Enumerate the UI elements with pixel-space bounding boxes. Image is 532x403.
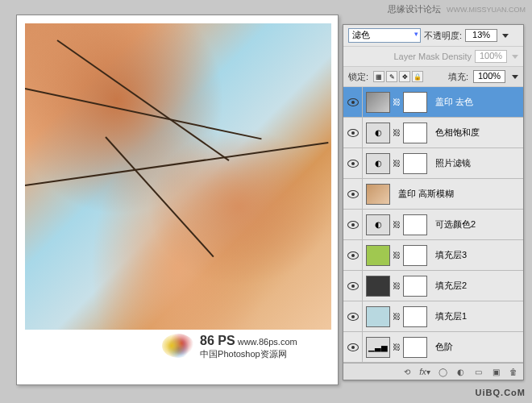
layer-row[interactable]: ◐⛓可选颜色2 bbox=[343, 210, 523, 240]
mask-density-label: Layer Mask Density bbox=[393, 52, 472, 61]
opacity-value: 13% bbox=[472, 30, 490, 39]
link-icon[interactable]: ⛓ bbox=[393, 220, 401, 229]
logo-text: 86 PS www.86ps.com 中国Photoshop资源网 bbox=[200, 334, 297, 360]
photo-canvas[interactable] bbox=[25, 23, 331, 330]
visibility-toggle[interactable] bbox=[343, 240, 363, 270]
mask-thumb[interactable] bbox=[403, 123, 427, 143]
document-frame: 86 PS www.86ps.com 中国Photoshop资源网 bbox=[16, 15, 339, 385]
layer-name-label[interactable]: 填充层3 bbox=[435, 249, 467, 261]
mask-thumb[interactable] bbox=[403, 214, 427, 235]
blend-mode-select[interactable]: 滤色 bbox=[348, 28, 421, 43]
layer-name-label[interactable]: 填充层1 bbox=[435, 310, 467, 322]
mask-thumb[interactable] bbox=[403, 92, 427, 113]
layer-name-label[interactable]: 盖印 去色 bbox=[435, 96, 473, 108]
lock-fill-row: 锁定: ▦ ✎ ✥ 🔒 填充: 100% bbox=[343, 67, 523, 87]
eye-icon bbox=[347, 313, 359, 321]
link-icon[interactable]: ⛓ bbox=[393, 343, 401, 351]
lock-all-icon[interactable]: 🔒 bbox=[412, 71, 423, 82]
layers-list[interactable]: ⛓盖印 去色◐⛓色相饱和度◐⛓照片滤镜盖印 高斯模糊◐⛓可选颜色2⛓填充层3⛓填… bbox=[343, 87, 523, 363]
group-icon[interactable]: ▭ bbox=[472, 366, 484, 377]
adjustment-thumb[interactable]: ◐ bbox=[366, 153, 390, 174]
link-icon[interactable]: ⛓ bbox=[393, 281, 401, 290]
fill-thumb[interactable] bbox=[366, 245, 390, 266]
visibility-toggle[interactable] bbox=[343, 332, 363, 362]
link-icon[interactable]: ⛓ bbox=[393, 98, 401, 106]
mask-thumb[interactable] bbox=[403, 245, 427, 266]
visibility-toggle[interactable] bbox=[343, 179, 363, 209]
layer-name-label[interactable]: 色相饱和度 bbox=[435, 127, 480, 139]
fill-input[interactable]: 100% bbox=[473, 70, 505, 83]
canvas-workspace: 思缘设计论坛 WWW.MISSYUAN.COM 86 PS www.86ps.c… bbox=[0, 0, 532, 403]
visibility-toggle[interactable] bbox=[343, 118, 363, 147]
lock-transparency-icon[interactable]: ▦ bbox=[373, 71, 384, 82]
mask-density-row: Layer Mask Density 100% bbox=[343, 47, 523, 67]
mask-thumb[interactable] bbox=[403, 337, 427, 358]
eye-icon bbox=[347, 98, 359, 106]
visibility-toggle[interactable] bbox=[343, 271, 363, 301]
visibility-toggle[interactable] bbox=[343, 87, 363, 117]
layer-name-label[interactable]: 盖印 高斯模糊 bbox=[398, 188, 454, 200]
mask-icon[interactable]: ◯ bbox=[436, 366, 449, 377]
link-icon[interactable]: ⛓ bbox=[393, 128, 401, 137]
layer-row[interactable]: ▁▃▅⛓色阶 bbox=[343, 332, 523, 363]
thumbs-group: ⛓ bbox=[363, 92, 430, 113]
thumbs-group: ◐⛓ bbox=[363, 153, 430, 174]
lock-icons-group: ▦ ✎ ✥ 🔒 bbox=[373, 71, 423, 82]
visibility-toggle[interactable] bbox=[343, 148, 363, 178]
adjustment-icon[interactable]: ◐ bbox=[454, 366, 467, 377]
panel-footer: ⟲ fx▾ ◯ ◐ ▭ ▣ 🗑 bbox=[343, 363, 523, 380]
thumbs-group: ◐⛓ bbox=[363, 123, 430, 143]
fill-thumb[interactable] bbox=[366, 306, 390, 327]
layer-thumb[interactable] bbox=[366, 92, 390, 113]
logo-brand: 86 PS bbox=[200, 334, 235, 347]
layer-row[interactable]: 盖印 高斯模糊 bbox=[343, 179, 523, 210]
visibility-toggle[interactable] bbox=[343, 301, 363, 331]
layer-row[interactable]: ⛓填充层3 bbox=[343, 240, 523, 271]
mask-density-slider-icon bbox=[512, 55, 518, 59]
layer-name-label[interactable]: 照片滤镜 bbox=[435, 157, 471, 169]
fill-label: 填充: bbox=[448, 71, 468, 83]
layer-name-label[interactable]: 色阶 bbox=[435, 341, 453, 353]
delete-icon[interactable]: 🗑 bbox=[507, 366, 520, 377]
layer-name-label[interactable]: 可选颜色2 bbox=[435, 218, 476, 231]
eye-icon bbox=[347, 221, 359, 229]
layer-row[interactable]: ⛓填充层2 bbox=[343, 271, 523, 301]
layer-thumb[interactable] bbox=[366, 184, 390, 205]
logo-tagline: 中国Photoshop资源网 bbox=[200, 349, 287, 359]
eye-icon bbox=[347, 282, 359, 290]
layer-row[interactable]: ⛓填充层1 bbox=[343, 301, 523, 332]
mask-thumb[interactable] bbox=[403, 276, 427, 297]
mask-thumb[interactable] bbox=[403, 306, 427, 327]
thumbs-group: ⛓ bbox=[363, 245, 430, 266]
fx-icon[interactable]: fx▾ bbox=[418, 366, 431, 377]
lock-position-icon[interactable]: ✥ bbox=[399, 71, 410, 82]
opacity-slider-icon[interactable] bbox=[502, 34, 509, 38]
new-layer-icon[interactable]: ▣ bbox=[489, 366, 502, 377]
layer-row[interactable]: ⛓盖印 去色 bbox=[343, 87, 523, 118]
layer-row[interactable]: ◐⛓照片滤镜 bbox=[343, 148, 523, 179]
layer-name-label[interactable]: 填充层2 bbox=[435, 280, 467, 292]
fill-thumb[interactable] bbox=[366, 276, 390, 297]
lock-pixels-icon[interactable]: ✎ bbox=[386, 71, 397, 82]
link-icon[interactable]: ⛓ bbox=[393, 159, 401, 168]
mask-thumb[interactable] bbox=[403, 153, 427, 174]
site-title: 思缘设计论坛 bbox=[388, 4, 441, 14]
levels-thumb[interactable]: ▁▃▅ bbox=[366, 337, 390, 358]
fill-slider-icon[interactable] bbox=[512, 75, 518, 79]
layers-panel: 滤色 不透明度: 13% Layer Mask Density 100% 锁定:… bbox=[343, 24, 524, 380]
adjustment-thumb[interactable]: ◐ bbox=[366, 123, 390, 143]
layer-row[interactable]: ◐⛓色相饱和度 bbox=[343, 118, 523, 148]
eye-icon bbox=[347, 343, 359, 351]
opacity-input[interactable]: 13% bbox=[465, 29, 497, 42]
visibility-toggle[interactable] bbox=[343, 210, 363, 239]
link-icon[interactable]: ⛓ bbox=[393, 251, 401, 260]
blend-mode-value: 滤色 bbox=[352, 30, 370, 39]
link-layers-icon[interactable]: ⟲ bbox=[401, 366, 414, 377]
opacity-label: 不透明度: bbox=[424, 30, 462, 42]
eye-icon bbox=[347, 129, 359, 137]
page-watermark: UiBQ.CoM bbox=[476, 385, 526, 398]
logo-url: www.86ps.com bbox=[238, 337, 297, 347]
link-icon[interactable]: ⛓ bbox=[393, 312, 401, 321]
adjustment-thumb[interactable]: ◐ bbox=[366, 214, 390, 235]
thumbs-group bbox=[363, 184, 393, 205]
